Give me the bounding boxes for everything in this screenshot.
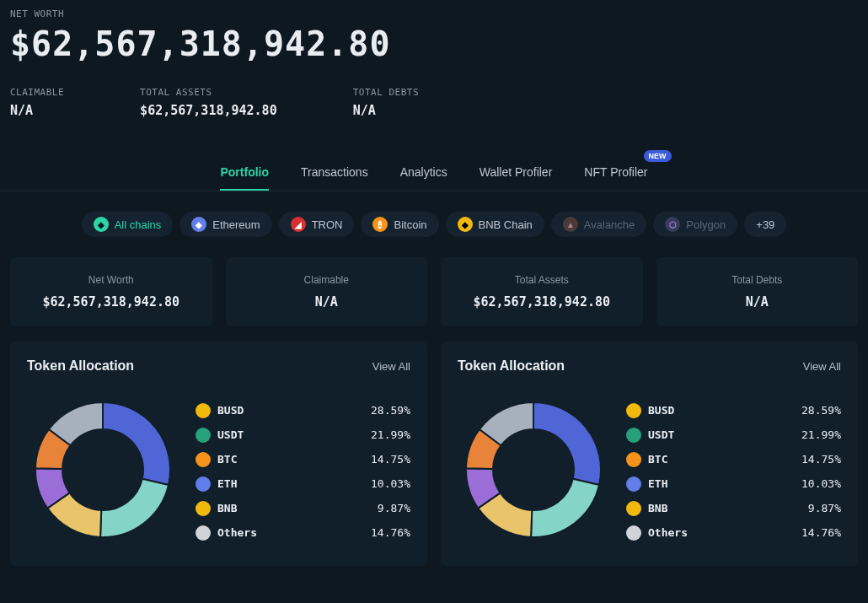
card-value: N/A [665, 294, 850, 310]
chain-label: BNB Chain [479, 218, 533, 231]
token-icon [196, 452, 211, 467]
chain-chip-polygon[interactable]: ⬡Polygon [653, 212, 737, 237]
chain-label: TRON [312, 218, 343, 231]
token-percent: 21.99% [801, 428, 841, 441]
token-icon [626, 428, 641, 443]
token-percent: 10.03% [801, 477, 841, 490]
summary-cards: Net Worth $62,567,318,942.80Claimable N/… [0, 257, 868, 326]
chain-chip-avalanche[interactable]: ▲Avalanche [551, 212, 646, 237]
tab-transactions[interactable]: Transactions [301, 159, 368, 191]
allocation-row: Token Allocation View All BUSD 28.59% US… [0, 342, 868, 566]
token-name: BNB [648, 502, 801, 514]
token-percent: 21.99% [371, 428, 410, 441]
token-percent: 14.75% [801, 453, 841, 466]
token-name: USDT [217, 428, 364, 441]
summary-card: Total Debts N/A [656, 257, 859, 326]
token-icon [626, 452, 641, 467]
token-icon [626, 501, 641, 516]
header-stats: CLAIMABLE N/ATOTAL ASSETS $62,567,318,94… [10, 87, 858, 118]
card-value: $62,567,318,942.80 [449, 294, 635, 310]
summary-card: Claimable N/A [226, 257, 428, 326]
card-label: Claimable [234, 274, 420, 286]
token-name: BUSD [648, 404, 795, 417]
card-label: Total Debts [665, 274, 850, 286]
token-icon [196, 403, 211, 418]
stat-label: TOTAL ASSETS [140, 87, 277, 98]
token-allocation-card: Token Allocation View All BUSD 28.59% US… [441, 342, 858, 566]
net-worth-value: $62,567,318,942.80 [10, 24, 858, 63]
token-name: ETH [217, 477, 364, 490]
tab-analytics[interactable]: Analytics [400, 159, 447, 191]
token-name: BTC [217, 453, 364, 466]
token-icon [626, 525, 641, 541]
card-value: N/A [234, 294, 420, 310]
stat-label: CLAIMABLE [10, 87, 64, 98]
main-tabs: PortfolioTransactionsAnalyticsWallet Pro… [0, 159, 868, 191]
chain-icon: ◆ [191, 217, 206, 232]
stat-label: TOTAL DEBTS [353, 87, 419, 98]
token-percent: 28.59% [801, 404, 841, 417]
chain-chip-more[interactable]: +39 [744, 212, 786, 237]
token-icon [196, 476, 211, 492]
chain-icon: ◆ [458, 217, 473, 232]
chain-chip-all-chains[interactable]: ◆All chains [82, 212, 174, 237]
view-all-link[interactable]: View All [372, 360, 410, 373]
chain-chip-tron[interactable]: ◢TRON [279, 212, 355, 237]
chain-chip-bitcoin[interactable]: ₿Bitcoin [361, 212, 438, 237]
token-name: Others [217, 526, 364, 539]
allocation-title: Token Allocation [27, 358, 134, 374]
chain-icon: ₿ [372, 217, 388, 232]
token-name: Others [648, 526, 795, 539]
new-badge: NEW [644, 150, 672, 162]
token-percent: 10.03% [371, 477, 410, 490]
chain-filter-row: ◆All chains◆Ethereum◢TRON₿Bitcoin◆BNB Ch… [0, 191, 868, 257]
chain-icon: ▲ [563, 217, 578, 232]
legend-row: ETH 10.03% [196, 476, 410, 492]
view-all-link[interactable]: View All [803, 360, 841, 373]
token-icon [196, 525, 211, 541]
chain-chip-bnb-chain[interactable]: ◆BNB Chain [446, 212, 544, 237]
card-value: $62,567,318,942.80 [19, 294, 204, 310]
chain-icon: ◢ [291, 217, 306, 232]
summary-card: Net Worth $62,567,318,942.80 [10, 257, 212, 326]
stat-value: N/A [353, 103, 419, 118]
donut-chart [458, 394, 609, 546]
token-percent: 14.76% [801, 526, 841, 539]
tab-portfolio[interactable]: Portfolio [220, 159, 269, 191]
legend-row: BNB 9.87% [196, 501, 410, 516]
token-percent: 9.87% [378, 502, 410, 514]
token-name: USDT [648, 428, 795, 441]
token-name: ETH [648, 477, 795, 490]
chain-chip-ethereum[interactable]: ◆Ethereum [179, 212, 271, 237]
token-name: BUSD [217, 404, 364, 417]
tab-nft-profiler[interactable]: NFT ProfilerNEW [584, 159, 647, 191]
allocation-legend: BUSD 28.59% USDT 21.99% BTC 14.75% ETH 1… [626, 403, 841, 541]
card-label: Net Worth [19, 274, 204, 286]
donut-chart [27, 394, 179, 546]
stat-value: N/A [10, 103, 64, 118]
token-icon [196, 501, 211, 516]
token-name: BTC [648, 453, 795, 466]
token-icon [626, 476, 641, 492]
token-icon [626, 403, 641, 418]
legend-row: BUSD 28.59% [626, 403, 841, 418]
chain-label: Polygon [686, 218, 726, 231]
net-worth-label: NET WORTH [10, 8, 858, 19]
legend-row: BTC 14.75% [196, 452, 410, 467]
chain-label: Avalanche [584, 218, 635, 231]
token-percent: 28.59% [371, 404, 410, 417]
legend-row: BTC 14.75% [626, 452, 841, 467]
token-percent: 9.87% [808, 502, 841, 514]
legend-row: ETH 10.03% [626, 476, 841, 492]
allocation-title: Token Allocation [458, 358, 565, 374]
chain-icon: ⬡ [665, 217, 680, 232]
legend-row: Others 14.76% [626, 525, 841, 541]
legend-row: USDT 21.99% [626, 428, 841, 443]
legend-row: Others 14.76% [196, 525, 410, 541]
stat-value: $62,567,318,942.80 [140, 103, 277, 118]
tab-wallet-profiler[interactable]: Wallet Profiler [480, 159, 553, 191]
legend-row: BUSD 28.59% [196, 403, 410, 418]
chain-label: Bitcoin [394, 218, 426, 231]
chain-icon: ◆ [94, 217, 109, 232]
token-allocation-card: Token Allocation View All BUSD 28.59% US… [10, 342, 427, 566]
